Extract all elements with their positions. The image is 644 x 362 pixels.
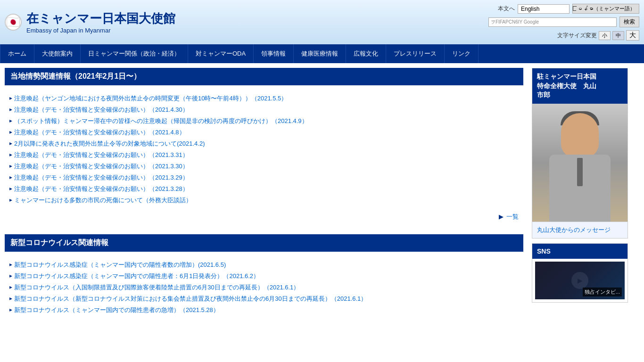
covid-link[interactable]: 新型コロナウイルス（入国制限措置及び国際旅客便着陸禁止措置の6月30日までの再延… xyxy=(14,283,299,292)
local-situation-link[interactable]: 注意喚起（デモ・治安情報と安全確保のお願い）（2021.4.30） xyxy=(14,106,189,114)
link-arrow-icon: ▸ xyxy=(9,140,12,147)
video-label: 独占インタビ... xyxy=(583,288,622,296)
covid-section: 新型コロナウイルス関連情報 ▸新型コロナウイルス感染症（ミャンマー国内での陽性者… xyxy=(5,234,523,319)
local-situation-link[interactable]: 2月以降に発表された夜間外出禁止令等の対象地域について(2021.4.2) xyxy=(14,140,205,148)
sns-content: ▶ 独占インタビ... xyxy=(532,259,627,302)
fontsize-small-button[interactable]: 小 xyxy=(599,31,611,40)
ambassador-message-link-container: 丸山大使からのメッセージ xyxy=(532,222,627,238)
covid-link[interactable]: 新型コロナウイルス感染症（ミャンマー国内での陽性患者：6月1日発表分）（2021… xyxy=(14,272,259,280)
local-situation-link-list: ▸注意喚起（ヤンゴン地域における夜間外出禁止令の時間変更（午後10時〜午前4時）… xyxy=(5,90,523,209)
local-situation-more-row: ▶ 一覧 xyxy=(5,209,523,225)
link-arrow-icon: ▸ xyxy=(9,272,12,279)
list-item: ▸注意喚起（デモ・治安情報と安全確保のお願い）（2021.3.30） xyxy=(9,161,523,172)
link-arrow-icon: ▸ xyxy=(9,117,12,124)
link-arrow-icon: ▸ xyxy=(9,261,12,268)
site-title-en: Embassy of Japan in Myanmar xyxy=(26,27,175,34)
link-arrow-icon: ▸ xyxy=(9,94,12,101)
link-arrow-icon: ▸ xyxy=(9,173,12,181)
covid-link-list: ▸新型コロナウイルス感染症（ミャンマー国内での陽性者数の増加）(2021.6.5… xyxy=(5,256,523,319)
search-input[interactable] xyxy=(541,18,616,26)
myanmar-language-button[interactable]: မြန်မာ（ミャンマー語） xyxy=(572,4,639,14)
list-item: ▸注意喚起（ヤンゴン地域における夜間外出禁止令の時間変更（午後10時〜午前4時）… xyxy=(9,93,523,104)
list-item: ▸新型コロナウイルス感染症（ミャンマー国内での陽性患者：6月1日発表分）（202… xyxy=(9,271,523,282)
list-item: ▸注意喚起（デモ・治安情報と安全確保のお願い）（2021.4.8） xyxy=(9,127,523,138)
local-situation-link[interactable]: ミャンマーにおける多数の市民の死傷について（外務大臣談話） xyxy=(14,196,192,205)
link-arrow-icon: ▸ xyxy=(9,128,12,135)
local-situation-link[interactable]: 注意喚起（デモ・治安情報と安全確保のお願い）（2021.4.8） xyxy=(14,128,185,137)
local-situation-link[interactable]: 注意喚起（デモ・治安情報と安全確保のお願い）（2021.3.28） xyxy=(14,185,189,193)
link-arrow-icon: ▸ xyxy=(9,162,12,169)
link-arrow-icon: ▸ xyxy=(9,283,12,290)
nav-item-links[interactable]: リンク xyxy=(445,44,479,63)
nav-item-pr-culture[interactable]: 広報文化 xyxy=(346,44,386,63)
list-item: ▸注意喚起（デモ・治安情報と安全確保のお願い）（2021.3.31） xyxy=(9,149,523,161)
list-item: ▸ミャンマーにおける多数の市民の死傷について（外務大臣談話） xyxy=(9,195,523,206)
search-button[interactable]: 検索 xyxy=(619,16,639,27)
fontsize-medium-button[interactable]: 中 xyxy=(612,31,624,40)
link-arrow-icon: ▸ xyxy=(9,196,12,203)
main-navigation: ホーム大使館案内日ミャンマー関係（政治・経済）対ミャンマーODA領事情報健康医療… xyxy=(0,44,644,63)
local-situation-header: 当地情勢関連情報（2021年2月1日〜） xyxy=(5,68,523,85)
link-arrow-icon: ▸ xyxy=(9,295,12,302)
list-item: ▸新型コロナウイルス（ミャンマー国内での陽性患者の急増）（2021.5.28） xyxy=(9,304,523,316)
list-item: ▸注意喚起（デモ・治安情報と安全確保のお願い）（2021.4.30） xyxy=(9,104,523,115)
nav-item-health[interactable]: 健康医療情報 xyxy=(294,44,346,63)
site-title-ja: 在ミャンマー日本国大使館 xyxy=(26,10,175,27)
nav-item-embassy-info[interactable]: 大使館案内 xyxy=(34,44,81,63)
ambassador-section: 駐ミャンマー日本国 特命全権大使 丸山 市郎 丸山大使からのメッセージ xyxy=(532,68,628,239)
covid-link[interactable]: 新型コロナウイルス感染症（ミャンマー国内での陽性者数の増加）(2021.6.5) xyxy=(14,261,226,269)
ambassador-message-link[interactable]: 丸山大使からのメッセージ xyxy=(537,226,611,233)
local-situation-link[interactable]: 注意喚起（デモ・治安情報と安全確保のお願い）（2021.3.31） xyxy=(14,151,189,159)
list-item: ▸新型コロナウイルス（新型コロナウイルス対策における集会禁止措置及び夜間外出禁止… xyxy=(9,293,523,304)
ambassador-photo xyxy=(532,104,627,222)
english-input[interactable] xyxy=(518,4,570,14)
honbun-link[interactable]: 本文へ xyxy=(498,5,515,13)
list-item: ▸注意喚起（デモ・治安情報と安全確保のお願い）（2021.3.29） xyxy=(9,172,523,183)
local-situation-more-link[interactable]: 一覧 xyxy=(506,213,519,220)
link-arrow-icon: ▸ xyxy=(9,151,12,158)
covid-link[interactable]: 新型コロナウイルス（新型コロナウイルス対策における集会禁止措置及び夜間外出禁止令… xyxy=(14,295,367,303)
ambassador-title: 駐ミャンマー日本国 特命全権大使 丸山 市郎 xyxy=(532,68,627,104)
local-situation-link[interactable]: 注意喚起（ヤンゴン地域における夜間外出禁止令の時間変更（午後10時〜午前4時））… xyxy=(14,94,287,103)
local-situation-link[interactable]: （スポット情報）ミャンマー滞在中の皆様への注意喚起（帰国是非の検討の再度の呼びか… xyxy=(14,117,308,125)
list-item: ▸注意喚起（デモ・治安情報と安全確保のお願い）（2021.3.28） xyxy=(9,183,523,195)
fontsize-label: 文字サイズ変更 xyxy=(557,32,597,40)
list-item: ▸2月以降に発表された夜間外出禁止令等の対象地域について(2021.4.2) xyxy=(9,138,523,149)
more-arrow-icon: ▶ xyxy=(499,213,504,220)
nav-item-home[interactable]: ホーム xyxy=(0,44,34,63)
nav-item-consular[interactable]: 領事情報 xyxy=(254,44,294,63)
japan-flag-icon: 🇯🇵 xyxy=(5,14,22,31)
link-arrow-icon: ▸ xyxy=(9,306,12,313)
local-situation-link[interactable]: 注意喚起（デモ・治安情報と安全確保のお願い）（2021.3.30） xyxy=(14,162,189,171)
covid-section-header: 新型コロナウイルス関連情報 xyxy=(5,234,523,252)
video-thumbnail[interactable]: ▶ 独占インタビ... xyxy=(535,262,625,299)
link-arrow-icon: ▸ xyxy=(9,106,12,113)
link-arrow-icon: ▸ xyxy=(9,185,12,192)
list-item: ▸（スポット情報）ミャンマー滞在中の皆様への注意喚起（帰国是非の検討の再度の呼び… xyxy=(9,115,523,127)
local-situation-link[interactable]: 注意喚起（デモ・治安情報と安全確保のお願い）（2021.3.29） xyxy=(14,173,189,182)
nav-item-jp-myanmar-relations[interactable]: 日ミャンマー関係（政治・経済） xyxy=(81,44,188,63)
sns-title: SNS xyxy=(532,244,627,259)
google-logo: ヲFIFAPCN6IY Google xyxy=(489,19,541,25)
nav-item-press-releases[interactable]: プレスリリース xyxy=(386,44,445,63)
local-situation-section: 当地情勢関連情報（2021年2月1日〜） ▸注意喚起（ヤンゴン地域における夜間外… xyxy=(5,68,523,225)
list-item: ▸新型コロナウイルス（入国制限措置及び国際旅客便着陸禁止措置の6月30日までの再… xyxy=(9,282,523,293)
covid-link[interactable]: 新型コロナウイルス（ミャンマー国内での陽性患者の急増）（2021.5.28） xyxy=(14,306,219,314)
fontsize-large-button[interactable]: 大 xyxy=(626,30,639,41)
nav-item-oda[interactable]: 対ミャンマーODA xyxy=(188,44,254,63)
list-item: ▸新型コロナウイルス感染症（ミャンマー国内での陽性者数の増加）(2021.6.5… xyxy=(9,259,523,271)
sns-section: SNS ▶ 独占インタビ... xyxy=(532,243,628,303)
